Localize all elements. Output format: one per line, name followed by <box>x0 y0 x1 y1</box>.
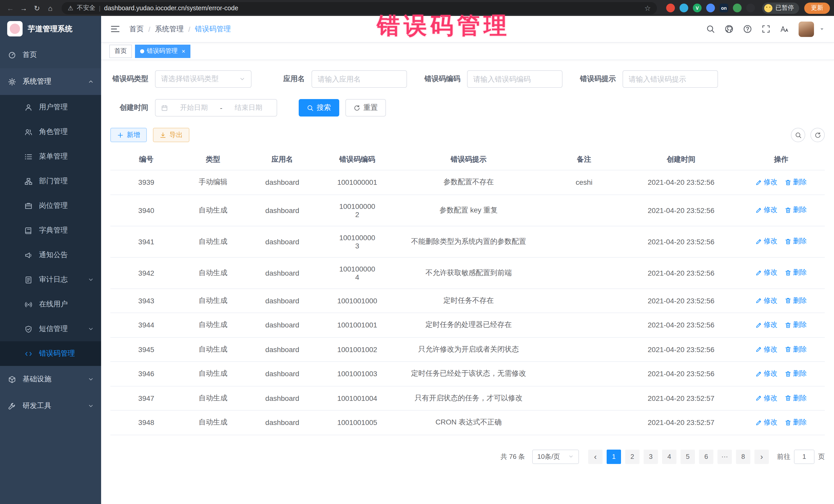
delete-link[interactable]: 删除 <box>785 320 807 329</box>
edit-link[interactable]: 修改 <box>755 418 777 427</box>
jump-page-input[interactable] <box>794 450 814 464</box>
error-type-select[interactable]: 请选择错误码类型 <box>155 70 251 88</box>
page-button-6[interactable]: 6 <box>699 450 714 464</box>
error-code-input[interactable] <box>473 75 556 83</box>
update-button[interactable]: 更新 <box>804 2 830 14</box>
cell-type: 自动生成 <box>182 313 244 337</box>
cell-code: 1001001004 <box>321 386 394 410</box>
page-button-1[interactable]: 1 <box>607 450 621 464</box>
sidebar-item-errorcode[interactable]: 错误码管理 <box>0 341 101 366</box>
page-button-4[interactable]: 4 <box>662 450 676 464</box>
home-icon[interactable]: ⌂ <box>44 2 57 14</box>
github-icon[interactable] <box>725 25 733 34</box>
sidebar-item-system[interactable]: 系统管理 <box>0 68 101 95</box>
green-v-extension-icon[interactable]: V <box>693 4 702 12</box>
page-size-select[interactable]: 10条/页 <box>532 450 579 464</box>
download-icon <box>160 132 166 138</box>
chevron-down-icon <box>88 277 94 283</box>
sidebar-item-post[interactable]: 岗位管理 <box>0 194 101 218</box>
refresh-table-button[interactable] <box>810 128 825 142</box>
toggle-search-button[interactable] <box>791 128 805 142</box>
address-bar[interactable]: ⚠ 不安全 | dashboard.yudao.iocoder.cn/syste… <box>62 2 657 14</box>
sidebar-item-notice[interactable]: 通知公告 <box>0 243 101 267</box>
edit-link[interactable]: 修改 <box>755 369 777 378</box>
delete-link[interactable]: 删除 <box>785 369 807 378</box>
edit-link[interactable]: 修改 <box>755 178 777 187</box>
profile-chip[interactable]: 已暂停 <box>762 2 799 14</box>
forward-icon[interactable]: → <box>18 2 30 14</box>
end-date-placeholder: 结束日期 <box>226 103 271 112</box>
close-icon[interactable]: × <box>182 47 185 54</box>
reset-button[interactable]: 重置 <box>345 99 386 116</box>
breadcrumb-item[interactable]: 系统管理 <box>155 24 184 34</box>
delete-link[interactable]: 删除 <box>785 178 807 187</box>
dark-pin-extension-icon[interactable] <box>746 4 755 12</box>
hamburger-icon[interactable] <box>110 24 120 34</box>
edit-link[interactable]: 修改 <box>755 237 777 246</box>
red-record-extension-icon[interactable] <box>666 4 675 12</box>
logo-row[interactable]: 芋道管理系统 <box>0 16 101 42</box>
sidebar-item-online[interactable]: 在线用户 <box>0 292 101 317</box>
search-icon[interactable] <box>706 25 715 34</box>
delete-link[interactable]: 删除 <box>785 345 807 354</box>
sidebar-item-dept[interactable]: 部门管理 <box>0 169 101 194</box>
green-leaf-extension-icon[interactable] <box>733 4 742 12</box>
page-ellipsis-button[interactable]: ··· <box>718 450 732 464</box>
page-button-3[interactable]: 3 <box>643 450 658 464</box>
error-hint-input[interactable] <box>629 75 712 83</box>
sidebar-item-user[interactable]: 用户管理 <box>0 95 101 119</box>
chevron-down-icon[interactable] <box>819 26 825 32</box>
font-size-icon[interactable] <box>780 25 789 34</box>
fullscreen-icon[interactable] <box>762 25 770 34</box>
breadcrumb-item[interactable]: 首页 <box>129 24 144 34</box>
edit-link[interactable]: 修改 <box>755 393 777 403</box>
cell-id: 3942 <box>110 257 182 288</box>
dashboard-icon <box>8 51 17 59</box>
blue-people-extension-icon[interactable] <box>706 4 715 12</box>
tag-首页[interactable]: 首页 <box>109 44 132 58</box>
page-button-2[interactable]: 2 <box>625 450 639 464</box>
sidebar-item-role[interactable]: 角色管理 <box>0 119 101 144</box>
edit-link[interactable]: 修改 <box>755 320 777 329</box>
table-row: 3946自动生成dashboard1001001003定时任务已经处于该状态，无… <box>110 361 825 386</box>
delete-link[interactable]: 删除 <box>785 418 807 427</box>
sidebar-item-devtool[interactable]: 研发工具 <box>0 393 101 419</box>
sidebar-item-dict[interactable]: 字典管理 <box>0 218 101 243</box>
back-icon[interactable]: ← <box>4 2 17 14</box>
delete-link[interactable]: 删除 <box>785 296 807 305</box>
teal-drop-extension-icon[interactable] <box>680 4 688 12</box>
edit-link[interactable]: 修改 <box>755 296 777 305</box>
dark-on-extension-icon[interactable]: on <box>720 4 728 12</box>
chevron-up-icon <box>88 79 94 85</box>
cell-type: 自动生成 <box>182 226 244 257</box>
next-page-button[interactable]: › <box>754 450 769 464</box>
edit-link[interactable]: 修改 <box>755 205 777 215</box>
prev-page-button[interactable]: ‹ <box>588 450 602 464</box>
delete-link[interactable]: 删除 <box>785 205 807 215</box>
search-button[interactable]: 搜索 <box>299 99 339 116</box>
sidebar-item-home[interactable]: 首页 <box>0 42 101 68</box>
add-button[interactable]: 新增 <box>110 128 147 142</box>
bookmark-star-icon[interactable]: ☆ <box>644 4 651 12</box>
sidebar-item-infra[interactable]: 基础设施 <box>0 366 101 393</box>
cell-type: 自动生成 <box>182 410 244 435</box>
sidebar-item-menu[interactable]: 菜单管理 <box>0 144 101 169</box>
sidebar-item-sms[interactable]: 短信管理 <box>0 317 101 341</box>
date-range-picker[interactable]: 开始日期 - 结束日期 <box>155 99 277 116</box>
edit-link[interactable]: 修改 <box>755 345 777 354</box>
table-row: 3948自动生成dashboard1001001005CRON 表达式不正确20… <box>110 410 825 435</box>
page-button-5[interactable]: 5 <box>681 450 695 464</box>
app-name-input[interactable] <box>318 75 401 83</box>
delete-link[interactable]: 删除 <box>785 268 807 278</box>
delete-link[interactable]: 删除 <box>785 393 807 403</box>
delete-link[interactable]: 删除 <box>785 237 807 246</box>
sidebar-item-auditlog[interactable]: 审计日志 <box>0 267 101 292</box>
tag-错误码管理[interactable]: 错误码管理× <box>135 44 191 58</box>
export-button[interactable]: 导出 <box>153 128 190 142</box>
reload-icon[interactable]: ↻ <box>31 2 43 14</box>
page-button-8[interactable]: 8 <box>736 450 750 464</box>
user-avatar[interactable] <box>798 21 814 37</box>
help-icon[interactable] <box>743 25 752 34</box>
cell-app: dashboard <box>244 195 321 226</box>
edit-link[interactable]: 修改 <box>755 268 777 278</box>
